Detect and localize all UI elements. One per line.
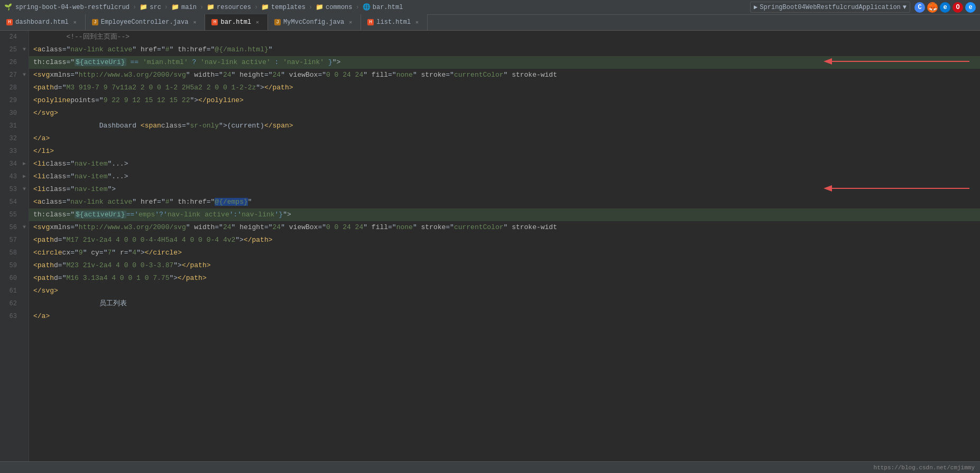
code-line[interactable]: <li class="nav-item"...> [29, 158, 980, 170]
tab-icon-employee: J [92, 19, 98, 25]
project-icon: 🌱 [4, 3, 12, 11]
tab-label-employee: EmployeeController.java [101, 19, 189, 26]
chrome-icon[interactable]: C [914, 2, 925, 13]
code-line[interactable]: <svg xmlns="http://www.w3.org/2000/svg" … [29, 221, 980, 234]
tab-bar-html[interactable]: H bar.html ✕ [205, 14, 268, 30]
code-line[interactable]: Dashboard <span class="sr-only">(current… [29, 120, 980, 132]
tab-icon-mvc: J [274, 19, 281, 25]
tab-label-dashboard: dashboard.html [15, 19, 69, 26]
tab-label-mvc: MyMvcConfig.java [283, 19, 344, 26]
opera-icon[interactable]: O [953, 2, 963, 13]
browser-icons: C 🦊 e O e [914, 2, 976, 13]
tab-mvcconfig[interactable]: J MyMvcConfig.java ✕ [268, 14, 361, 30]
breadcrumb-src: 📁 src [140, 3, 161, 11]
code-line[interactable]: <li class="nav-item"> [29, 183, 980, 196]
firefox-icon[interactable]: 🦊 [927, 2, 938, 13]
code-line[interactable]: <polyline points="9 22 9 12 15 12 15 22"… [29, 94, 980, 107]
line-numbers: 2425262728293031323334435354555657585960… [0, 31, 20, 461]
fold-indicators: ▼▼▶▶▼▼ [20, 31, 29, 461]
tab-close-list[interactable]: ✕ [413, 19, 421, 26]
tab-dashboard[interactable]: H dashboard.html ✕ [0, 14, 86, 30]
code-line[interactable]: <svg xmlns="http://www.w3.org/2000/svg" … [29, 69, 980, 81]
code-line[interactable]: </svg> [29, 107, 980, 120]
code-line[interactable]: <a class="nav-link active" href="#" th:h… [29, 43, 980, 56]
tab-close-employee[interactable]: ✕ [191, 19, 198, 26]
tab-close-bar[interactable]: ✕ [254, 19, 261, 26]
code-editor[interactable]: <!--回到主页面--> <a class="nav-link active" … [29, 31, 980, 461]
gutter: 2425262728293031323334435354555657585960… [0, 31, 29, 461]
code-line[interactable]: <li class="nav-item"...> [29, 170, 980, 183]
breadcrumb-file: 🌐 bar.html [363, 3, 403, 11]
title-bar: 🌱 spring-boot-04-web-restfulcrud › 📁 src… [0, 0, 980, 15]
tab-list[interactable]: H list.html ✕ [361, 14, 428, 30]
code-line[interactable]: <!--回到主页面--> [29, 31, 980, 43]
tab-employee-controller[interactable]: J EmployeeController.java ✕ [86, 14, 206, 30]
tab-close-dashboard[interactable]: ✕ [71, 19, 79, 26]
project-name: spring-boot-04-web-restfulcrud [15, 4, 130, 11]
tab-icon-dashboard: H [6, 19, 13, 25]
code-line[interactable]: th:class="${activeUri} == 'mian.html' ? … [29, 56, 980, 69]
code-line[interactable]: </li> [29, 145, 980, 158]
code-line[interactable]: th:class="${activeUri}=='emps'?'nav-link… [29, 208, 980, 221]
code-line[interactable]: <path d="M23 21v-2a4 4 0 0 0-3-3.87"></p… [29, 259, 980, 272]
code-line[interactable]: </a> [29, 132, 980, 145]
breadcrumb-commons: 📁 commons [316, 3, 352, 11]
breadcrumb-templates: 📁 templates [261, 3, 306, 11]
code-line[interactable]: <circle cx="9" cy="7" r="4"></circle> [29, 247, 980, 259]
code-line[interactable]: <path d="M17 21v-2a4 4 0 0 0-4-4H5a4 4 0… [29, 234, 980, 247]
code-line[interactable]: <a class="nav-link active" href="#" th:h… [29, 196, 980, 208]
code-line[interactable]: <path d="M3 919-7 9 7v11a2 2 0 0 1-2 2H5… [29, 81, 980, 94]
breadcrumb-main: 📁 main [171, 3, 197, 11]
tab-bar: H dashboard.html ✕ J EmployeeController.… [0, 15, 980, 31]
edge-icon[interactable]: e [940, 2, 950, 13]
breadcrumb-resources: 📁 resources [207, 3, 251, 11]
code-line[interactable]: </svg> [29, 285, 980, 297]
ie-icon[interactable]: e [965, 2, 976, 13]
code-line[interactable]: <path d="M16 3.13a4 4 0 0 1 0 7.75"></pa… [29, 272, 980, 285]
tab-icon-list: H [367, 19, 374, 25]
tab-icon-bar: H [211, 19, 218, 25]
status-bar: https://blog.csdn.net/cmjimmy [0, 461, 980, 473]
title-bar-right: ▶ SpringBoot04WebRestfulcrudApplication … [750, 2, 976, 13]
tab-label-bar: bar.html [220, 19, 251, 26]
editor-area: 2425262728293031323334435354555657585960… [0, 31, 980, 461]
run-config[interactable]: ▶ SpringBoot04WebRestfulcrudApplication … [750, 2, 910, 13]
tab-label-list: list.html [376, 19, 411, 26]
tab-close-mvc[interactable]: ✕ [347, 19, 354, 26]
status-right: https://blog.csdn.net/cmjimmy [874, 465, 975, 471]
code-line[interactable]: 员工列表 [29, 297, 980, 310]
code-line[interactable]: </a> [29, 310, 980, 323]
